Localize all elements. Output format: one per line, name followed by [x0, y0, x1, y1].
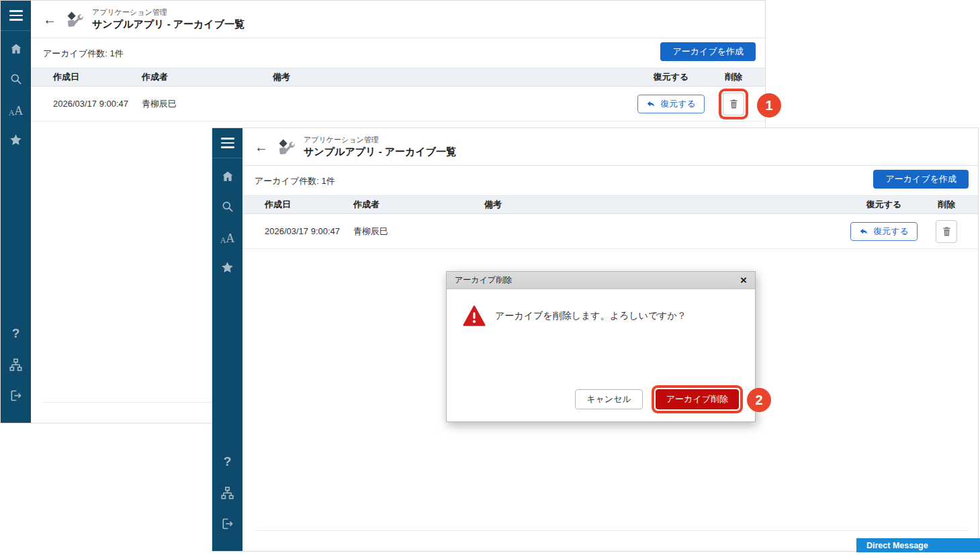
col-delete: 削除 — [922, 199, 971, 211]
page-title: サンプルアプリ - アーカイブ一覧 — [304, 145, 456, 158]
col-created: 作成日 — [53, 71, 142, 83]
tutorial-canvas: AA ? ← — [0, 0, 980, 555]
trash-icon — [942, 226, 952, 237]
delete-trash-button[interactable] — [723, 93, 744, 115]
app-management-icon — [277, 137, 297, 157]
confirm-delete-button[interactable]: アーカイブ削除 — [656, 389, 739, 409]
dialog-titlebar: アーカイブ削除 × — [447, 272, 755, 289]
page-title: サンプルアプリ - アーカイブ一覧 — [92, 17, 244, 31]
col-delete: 削除 — [709, 71, 758, 83]
col-note: 備考 — [484, 199, 846, 211]
breadcrumb: アプリケーション管理 — [92, 8, 244, 17]
search-icon[interactable] — [9, 72, 24, 87]
table-header-row: 作成日 作成者 備考 復元する 削除 — [242, 195, 978, 214]
step-badge-1: 1 — [757, 93, 781, 117]
app-header: ← アプリケーション管理 サンプルアプリ - アーカイブ一覧 — [242, 128, 978, 166]
org-chart-icon[interactable] — [9, 357, 24, 372]
table-bottom-rule — [255, 530, 969, 531]
restore-button[interactable]: 復元する — [850, 222, 918, 241]
table-header-row: 作成日 作成者 備考 復元する 削除 — [31, 68, 765, 87]
col-created: 作成日 — [265, 199, 353, 211]
archive-count-label: アーカイブ件数: 1件 — [43, 48, 124, 60]
favorites-star-icon[interactable] — [220, 260, 235, 274]
app-header: ← アプリケーション管理 サンプルアプリ - アーカイブ一覧 — [31, 1, 765, 38]
col-restore: 復元する — [846, 199, 922, 211]
hamburger-menu-icon[interactable] — [1, 1, 31, 31]
direct-message-tab[interactable]: Direct Message — [856, 538, 980, 552]
table-row: 2026/03/17 9:00:47 青柳辰巳 復元する — [242, 214, 978, 249]
col-creator: 作成者 — [353, 199, 484, 211]
dialog-body: アーカイブを削除します。よろしいですか？ — [447, 289, 755, 326]
font-size-icon[interactable]: AA — [220, 230, 235, 244]
sidebar: AA ? — [212, 128, 242, 551]
archive-count-label: アーカイブ件数: 1件 — [255, 175, 335, 187]
cancel-button[interactable]: キャンセル — [575, 389, 643, 409]
annotation-highlight-step2: アーカイブ削除 — [652, 385, 743, 413]
back-arrow-icon[interactable]: ← — [255, 140, 268, 154]
cell-creator: 青柳辰巳 — [142, 98, 273, 110]
close-icon[interactable]: × — [740, 274, 747, 286]
dialog-title: アーカイブ削除 — [455, 274, 512, 286]
step-badge-2: 2 — [747, 388, 771, 412]
create-archive-button[interactable]: アーカイブを作成 — [660, 42, 756, 61]
reply-arrow-icon — [646, 99, 656, 109]
col-creator: 作成者 — [142, 71, 273, 83]
favorites-star-icon[interactable] — [9, 132, 24, 147]
cell-created: 2026/03/17 9:00:47 — [53, 99, 142, 109]
hamburger-menu-icon[interactable] — [212, 128, 242, 158]
home-icon[interactable] — [220, 169, 235, 184]
trash-icon — [729, 99, 739, 109]
restore-button[interactable]: 復元する — [637, 95, 705, 113]
warning-icon — [463, 305, 486, 326]
back-arrow-icon[interactable]: ← — [43, 13, 56, 26]
reply-arrow-icon — [859, 227, 868, 236]
dialog-message: アーカイブを削除します。よろしいですか？ — [495, 310, 686, 322]
cell-creator: 青柳辰巳 — [353, 225, 484, 238]
col-restore: 復元する — [633, 71, 709, 83]
home-icon[interactable] — [9, 42, 24, 56]
window-archive-list-front: AA ? ← — [212, 128, 979, 552]
search-icon[interactable] — [220, 199, 235, 214]
delete-trash-button[interactable] — [936, 220, 957, 243]
dialog-footer: キャンセル アーカイブ削除 — [575, 385, 743, 413]
archive-table: 作成日 作成者 備考 復元する 削除 2026/03/17 9:00:47 青柳… — [31, 68, 765, 121]
delete-archive-dialog: アーカイブ削除 × アーカイブを削除します。よろしいですか？ キャンセル アーカ… — [446, 271, 756, 422]
col-note: 備考 — [273, 71, 633, 83]
annotation-highlight-step1 — [719, 89, 748, 119]
logout-icon[interactable] — [220, 516, 235, 531]
table-row: 2026/03/17 9:00:47 青柳辰巳 復元する — [31, 87, 765, 121]
breadcrumb: アプリケーション管理 — [304, 136, 456, 145]
archive-table: 作成日 作成者 備考 復元する 削除 2026/03/17 9:00:47 青柳… — [242, 195, 978, 249]
create-archive-button[interactable]: アーカイブを作成 — [873, 170, 969, 189]
org-chart-icon[interactable] — [220, 485, 235, 500]
cell-created: 2026/03/17 9:00:47 — [265, 226, 353, 236]
font-size-icon[interactable]: AA — [9, 102, 24, 117]
sidebar: AA ? — [1, 1, 31, 423]
logout-icon[interactable] — [9, 388, 24, 403]
help-icon[interactable]: ? — [220, 454, 235, 469]
help-icon[interactable]: ? — [9, 326, 24, 341]
app-management-icon — [65, 9, 85, 30]
